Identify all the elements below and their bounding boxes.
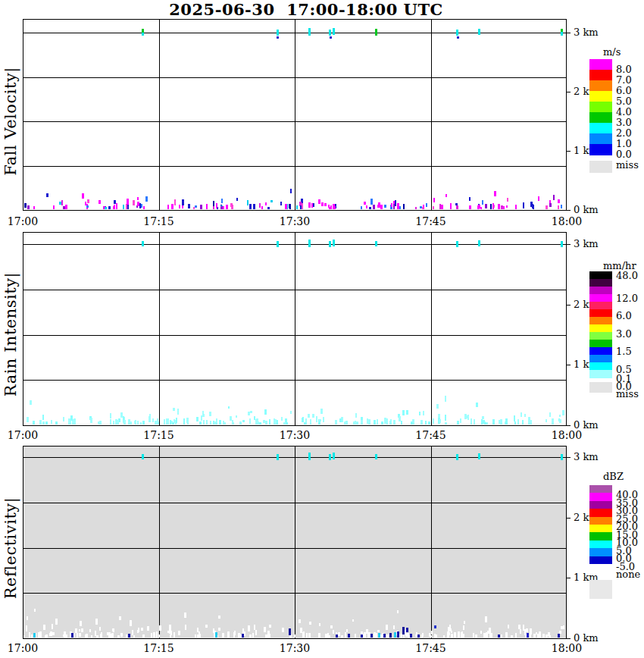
- time-axis-label: 17:15: [143, 429, 174, 441]
- rain-intensity-panel-canvas: [23, 232, 567, 426]
- time-axis-label: 17:15: [143, 215, 174, 227]
- colorbar-cell: [589, 80, 612, 92]
- time-axis-label: 18:00: [552, 215, 582, 227]
- mrr-quicklook-page: 2025-06-30 17:00-18:00 UTC Fall Velocity…: [0, 0, 644, 658]
- colorbar-unit-title: m/s: [603, 46, 621, 58]
- colorbar-tick-label: 6.0: [616, 310, 632, 321]
- colorbar-unit-title: dBZ: [603, 471, 624, 482]
- height-axis-tick: [567, 33, 571, 33]
- time-axis-label: 17:30: [280, 215, 310, 227]
- time-axis-label: 17:45: [415, 429, 445, 441]
- colorbar-cell: [589, 517, 612, 525]
- colorbar-tick-label: 6.0: [616, 85, 632, 96]
- height-axis-label: 0 km: [574, 419, 599, 431]
- height-axis-tick: [567, 244, 571, 245]
- height-axis-label: 0 km: [574, 632, 599, 644]
- time-axis-label: 17:00: [8, 429, 38, 441]
- colorbar-missing-swatch: [589, 580, 612, 599]
- y-axis-title-fall-velocity: Fall Velocity|: [2, 67, 20, 176]
- chart-title: 2025-06-30 17:00-18:00 UTC: [169, 0, 443, 19]
- colorbar-tick-label: 3.0: [616, 328, 632, 340]
- colorbar-cell: [589, 340, 612, 348]
- colorbar-tick-label: 48.0: [616, 270, 638, 281]
- colorbar-cell: [589, 525, 612, 533]
- colorbar-cell: [589, 70, 612, 81]
- time-axis-label: 18:00: [552, 429, 582, 441]
- colorbar-tick-label: 5.0: [616, 96, 632, 107]
- height-axis-tick: [567, 151, 571, 152]
- height-axis-label: 3 km: [574, 27, 599, 38]
- colorbar-cell: [589, 548, 612, 556]
- colorbar-tick-label: 12.0: [616, 293, 638, 304]
- colorbar-cell: [589, 332, 612, 340]
- colorbar-cell: [589, 309, 612, 318]
- colorbar-cell: [589, 362, 612, 371]
- height-axis-tick: [567, 638, 571, 639]
- colorbar-cell: [589, 532, 612, 540]
- fall-velocity-panel-canvas: [23, 19, 567, 211]
- time-axis-label: 17:45: [415, 642, 445, 654]
- colorbar-cell: [589, 133, 612, 145]
- colorbar-cell: [589, 370, 612, 378]
- height-axis-tick: [567, 425, 571, 426]
- colorbar-cell: [589, 144, 612, 155]
- colorbar-tick-label: 2.0: [616, 127, 632, 139]
- colorbar-tick-label: 4.0: [616, 106, 632, 118]
- time-axis-label: 17:30: [280, 429, 310, 441]
- colorbar-cell: [589, 355, 612, 363]
- colorbar-cell: [589, 501, 612, 509]
- colorbar-cell: [589, 347, 612, 356]
- colorbar-cell: [589, 123, 612, 134]
- height-axis-tick: [567, 365, 571, 365]
- colorbar-tick-label: 0.0: [616, 149, 632, 160]
- time-axis-label: 17:15: [143, 642, 174, 654]
- colorbar-cell: [589, 556, 612, 565]
- y-axis-title-rain-intensity: Rain Intensity|: [2, 272, 20, 396]
- colorbar-tick-label: 1.0: [616, 138, 632, 149]
- colorbar-cell: [589, 59, 612, 70]
- colorbar-cell: [589, 287, 612, 295]
- height-axis-label: 0 km: [574, 204, 599, 215]
- height-axis-label: 3 km: [574, 238, 599, 249]
- colorbar-cell: [589, 91, 612, 102]
- height-axis-label: 3 km: [574, 451, 599, 462]
- height-axis-tick: [567, 305, 571, 306]
- colorbar-missing-label: miss: [616, 388, 639, 400]
- time-axis-label: 17:00: [8, 642, 38, 654]
- colorbar-cell: [589, 540, 612, 549]
- colorbar-cell: [589, 324, 612, 333]
- colorbar-cell: [589, 102, 612, 113]
- colorbar-tick-label: 1.5: [616, 346, 632, 357]
- colorbar-cell: [589, 485, 612, 494]
- colorbar-cell: [589, 279, 612, 287]
- reflectivity-panel-canvas: [23, 446, 567, 639]
- colorbar-cell: [589, 271, 612, 280]
- y-axis-title-reflectivity: Reflectivity|: [2, 497, 20, 600]
- colorbar-tick-label: 8.0: [616, 64, 632, 75]
- height-axis-tick: [567, 518, 571, 519]
- colorbar-cell: [589, 509, 612, 517]
- colorbar-missing-swatch: [589, 382, 612, 393]
- time-axis-label: 17:45: [415, 215, 445, 227]
- colorbar-cell: [589, 294, 612, 302]
- colorbar-missing-swatch: [589, 161, 612, 173]
- height-axis-tick: [567, 457, 571, 458]
- time-axis-label: 17:30: [280, 642, 310, 654]
- colorbar-missing-label: none: [616, 569, 640, 580]
- colorbar-tick-label: 3.0: [616, 117, 632, 128]
- colorbar-tick-label: 7.0: [616, 74, 632, 86]
- height-axis-tick: [567, 578, 571, 578]
- time-axis-label: 18:00: [552, 642, 582, 654]
- colorbar-missing-label: miss: [616, 159, 639, 171]
- colorbar-cell: [589, 493, 612, 501]
- time-axis-label: 17:00: [8, 215, 38, 227]
- height-axis-tick: [567, 92, 571, 92]
- colorbar-cell: [589, 302, 612, 310]
- height-axis-tick: [567, 210, 571, 211]
- colorbar-cell: [589, 112, 612, 124]
- colorbar-cell: [589, 317, 612, 325]
